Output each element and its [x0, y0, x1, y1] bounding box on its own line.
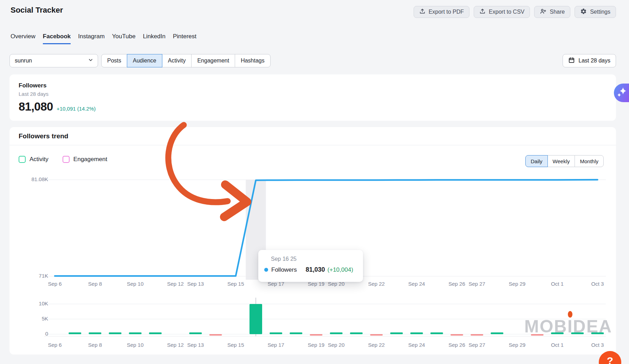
- tab-facebook[interactable]: Facebook: [43, 33, 71, 44]
- change-bar: [471, 334, 483, 336]
- profile-select-value: sunrun: [15, 58, 32, 64]
- change-bar: [410, 332, 423, 334]
- date-range-label: Last 28 days: [578, 58, 610, 64]
- upload-icon: [419, 8, 426, 16]
- change-bar: [310, 334, 323, 336]
- settings-label: Settings: [590, 9, 610, 15]
- x-axis-label: Sep 6: [48, 281, 61, 287]
- x-axis-label: Sep 24: [408, 281, 425, 287]
- tooltip-delta: (+10,004): [328, 266, 353, 273]
- x-axis-label: Sep 27: [468, 342, 485, 348]
- followers-delta: +10,091 (14.2%): [57, 106, 96, 112]
- question-mark-icon: ?: [607, 355, 613, 364]
- x-axis-label: Sep 27: [468, 281, 485, 287]
- change-bar: [491, 332, 503, 334]
- share-button[interactable]: Share: [534, 6, 570, 18]
- change-bar: [89, 332, 101, 334]
- settings-button[interactable]: Settings: [575, 6, 616, 18]
- x-axis-label: Sep 19: [308, 342, 325, 348]
- followers-series-dot: [264, 268, 268, 272]
- x-axis-label: Oct 3: [591, 281, 604, 287]
- y-axis-label: 71K: [39, 273, 48, 279]
- x-axis-label: Sep 20: [328, 342, 345, 348]
- tooltip-date: Sep 16 25: [271, 256, 363, 262]
- followers-summary-card: Followers Last 28 days 81,080 +10,091 (1…: [9, 74, 616, 121]
- x-axis-label: Sep 15: [227, 342, 244, 348]
- x-axis-label: Sep 12: [167, 342, 184, 348]
- x-axis-label: Sep 17: [267, 342, 284, 348]
- change-bar: [270, 332, 282, 334]
- change-bar: [350, 332, 363, 334]
- change-bar: [370, 334, 383, 336]
- x-axis-label: Sep 22: [368, 281, 385, 287]
- y-axis-label: 5K: [42, 316, 48, 322]
- trend-chart[interactable]: 81.08K71KSep 6Sep 8Sep 10Sep 12Sep 13Sep…: [9, 127, 616, 355]
- tab-instagram[interactable]: Instagram: [78, 33, 105, 44]
- change-bar: [109, 332, 122, 334]
- change-bar: [551, 332, 564, 334]
- change-bar: [571, 332, 584, 334]
- followers-trend-card: Followers trend Activity Engagement Dail…: [9, 127, 616, 355]
- x-axis-label: Sep 12: [167, 281, 184, 287]
- filter-row: sunrun Posts Audience Activity Engagemen…: [9, 54, 616, 67]
- tab-youtube[interactable]: YouTube: [112, 33, 136, 44]
- tab-pinterest[interactable]: Pinterest: [173, 33, 196, 44]
- ai-assistant-button[interactable]: [614, 84, 629, 102]
- change-bar: [290, 332, 302, 334]
- channel-tabs: Overview Facebook Instagram YouTube Link…: [11, 33, 196, 44]
- tooltip-value: 81,030: [306, 266, 325, 273]
- change-bar: [189, 332, 202, 334]
- tooltip-row: Followers 81,030 (+10,004): [264, 266, 363, 273]
- y-axis-label: 0: [45, 331, 48, 337]
- y-axis-label: 81.08K: [31, 176, 48, 182]
- x-axis-label: Oct 3: [591, 342, 604, 348]
- x-axis-label: Sep 6: [48, 342, 61, 348]
- x-axis-label: Sep 24: [408, 342, 425, 348]
- x-axis-label: Sep 29: [509, 281, 526, 287]
- summary-period-label: Last 28 days: [19, 91, 607, 97]
- tooltip-series-label: Followers: [271, 266, 297, 273]
- y-axis-label: 10K: [39, 300, 48, 306]
- change-bar: [390, 332, 403, 334]
- change-bar: [129, 332, 142, 334]
- profile-select[interactable]: sunrun: [9, 54, 98, 67]
- page-title: Social Tracker: [11, 6, 63, 15]
- section-posts[interactable]: Posts: [101, 54, 127, 67]
- x-axis-label: Sep 8: [88, 281, 102, 287]
- x-axis-label: Sep 13: [187, 281, 204, 287]
- change-bar: [69, 332, 81, 334]
- section-engagement[interactable]: Engagement: [191, 54, 235, 67]
- x-axis-label: Sep 26: [448, 281, 465, 287]
- calendar-icon: [568, 57, 575, 65]
- change-bar: [450, 334, 463, 336]
- change-bar: [430, 332, 443, 334]
- x-axis-label: Sep 26: [448, 342, 465, 348]
- section-switcher: Posts Audience Activity Engagement Hasht…: [101, 54, 271, 67]
- chart-tooltip: Sep 16 25 Followers 81,030 (+10,004): [258, 250, 363, 282]
- tab-linkedin[interactable]: LinkedIn: [143, 33, 166, 44]
- export-csv-button[interactable]: Export to CSV: [474, 6, 530, 18]
- x-axis-label: Sep 8: [88, 342, 102, 348]
- x-axis-label: Sep 29: [509, 342, 526, 348]
- export-pdf-button[interactable]: Export to PDF: [414, 6, 469, 18]
- change-bar: [330, 332, 343, 334]
- change-bar: [209, 334, 222, 336]
- date-range-button[interactable]: Last 28 days: [563, 54, 616, 67]
- granularity-daily[interactable]: Daily: [525, 155, 547, 167]
- sparkles-icon: [616, 85, 628, 101]
- x-axis-label: Oct 1: [551, 342, 564, 348]
- section-hashtags[interactable]: Hashtags: [235, 54, 271, 67]
- section-audience[interactable]: Audience: [127, 54, 162, 67]
- upload-icon: [479, 8, 486, 16]
- x-axis-label: Sep 13: [187, 342, 204, 348]
- person-plus-icon: [540, 8, 546, 16]
- section-activity[interactable]: Activity: [162, 54, 192, 67]
- summary-value-row: 81,080 +10,091 (14.2%): [19, 100, 607, 113]
- export-csv-label: Export to CSV: [489, 9, 524, 15]
- change-bar: [149, 332, 162, 334]
- summary-metric-label: Followers: [19, 82, 607, 89]
- x-axis-label: Sep 15: [227, 281, 244, 287]
- chevron-down-icon: [88, 57, 93, 64]
- followers-count: 81,080: [19, 100, 53, 113]
- tab-overview[interactable]: Overview: [11, 33, 35, 44]
